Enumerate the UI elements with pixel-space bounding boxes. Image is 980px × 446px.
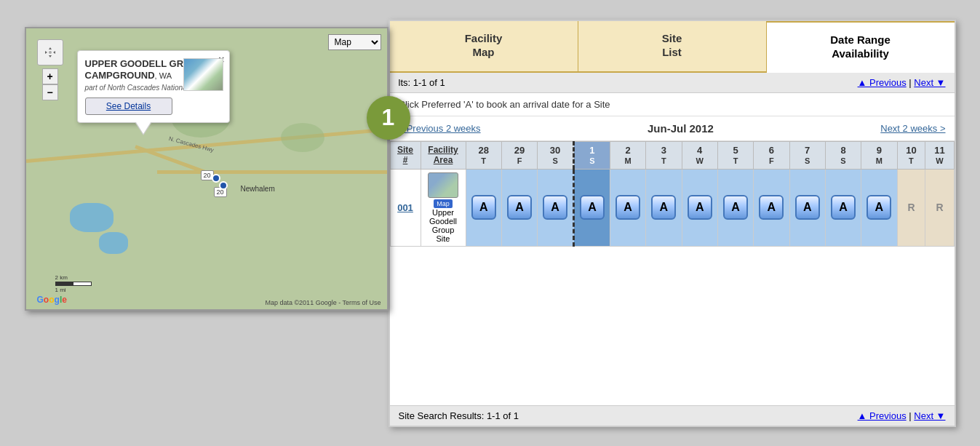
site-number-cell: 001 xyxy=(390,169,421,246)
book-a-button-8[interactable]: A xyxy=(759,195,784,220)
availability-cell-12: R xyxy=(897,169,925,246)
col-header-date-30: 30S xyxy=(538,141,574,169)
table-row: 001MapUpperGoodellGroupSiteAAAAAAAAAAAAR… xyxy=(390,169,954,246)
tab-date-range-availability[interactable]: Date RangeAvailability xyxy=(767,21,955,73)
col-header-date-6: 6F xyxy=(754,141,789,169)
book-a-button-7[interactable]: A xyxy=(723,195,748,220)
pan-control[interactable] xyxy=(37,39,63,65)
results-pagination: ▲ Previous | Next ▼ xyxy=(858,77,946,88)
bottom-results-bar: Site Search Results: 1-1 of 1 ▲ Previous… xyxy=(390,405,955,426)
col-header-date-9: 9M xyxy=(861,141,897,169)
see-details-button[interactable]: See Details xyxy=(85,97,172,115)
reserved-label-12: R xyxy=(907,202,915,213)
availability-cell-1: A xyxy=(501,169,537,246)
availability-table: Site# FacilityArea 28T29F30S1S2M3T4W5T6F… xyxy=(390,141,955,247)
site-facility-cell: MapUpperGoodellGroupSite xyxy=(421,169,466,246)
map-pin-2[interactable] xyxy=(219,181,228,190)
map-attribution: Map data ©2011 Google - Terms of Use xyxy=(265,299,381,306)
site-thumbnail[interactable] xyxy=(428,172,458,198)
prev-weeks-link[interactable]: < Previous 2 weeks xyxy=(399,123,481,134)
popup-arrow xyxy=(136,122,151,134)
col-header-date-5: 5T xyxy=(717,141,753,169)
availability-cell-4: A xyxy=(610,169,645,246)
book-a-button-4[interactable]: A xyxy=(616,195,640,220)
availability-cell-2: A xyxy=(538,169,574,246)
google-logo: Google xyxy=(37,295,67,305)
map-label-newhalem: Newhalem xyxy=(241,185,275,193)
map-water-2 xyxy=(99,232,128,254)
book-a-button-5[interactable]: A xyxy=(651,195,676,220)
tab-facility-map[interactable]: FacilityMap xyxy=(390,21,578,71)
availability-cell-10: A xyxy=(825,169,861,246)
col-header-date-11: 11W xyxy=(925,141,954,169)
map-water xyxy=(70,203,113,232)
prev-results-link[interactable]: ▲ Previous xyxy=(858,77,907,88)
book-a-button-2[interactable]: A xyxy=(543,195,567,220)
map-controls: + − xyxy=(37,39,63,100)
reserved-label-13: R xyxy=(936,202,943,213)
map-section: Map Satellite Terrain + − xyxy=(25,27,389,311)
availability-cell-7: A xyxy=(717,169,753,246)
bottom-next-link[interactable]: Next ▼ xyxy=(914,410,945,421)
book-a-button-0[interactable]: A xyxy=(471,195,496,220)
right-panel: FacilityMap SiteList Date RangeAvailabil… xyxy=(389,20,956,427)
col-header-date-10: 10T xyxy=(897,141,925,169)
availability-cell-0: A xyxy=(466,169,501,246)
col-header-date-2: 2M xyxy=(610,141,645,169)
book-a-button-11[interactable]: A xyxy=(867,195,891,220)
col-header-date-7: 7S xyxy=(789,141,825,169)
availability-cell-9: A xyxy=(789,169,825,246)
map-thumb-label: Map xyxy=(434,199,453,208)
col-header-date-28: 28T xyxy=(466,141,501,169)
calendar-section: Site# FacilityArea 28T29F30S1S2M3T4W5T6F… xyxy=(390,141,955,405)
map-pin-1[interactable] xyxy=(212,174,220,183)
top-results-bar: lts: 1-1 of 1 ▲ Previous | Next ▼ xyxy=(390,73,955,93)
zoom-controls: + − xyxy=(42,68,58,100)
book-a-button-10[interactable]: A xyxy=(831,195,856,220)
col-header-site: Site# xyxy=(390,141,421,169)
site-001-link[interactable]: 001 xyxy=(397,202,413,213)
svg-point-0 xyxy=(49,51,52,54)
book-a-button-9[interactable]: A xyxy=(795,195,820,220)
book-a-button-3[interactable]: A xyxy=(580,195,605,220)
tab-site-list[interactable]: SiteList xyxy=(578,21,767,71)
calendar-body: 001MapUpperGoodellGroupSiteAAAAAAAAAAAAR… xyxy=(390,169,954,246)
tabs-row: FacilityMap SiteList Date RangeAvailabil… xyxy=(390,21,955,73)
availability-cell-5: A xyxy=(646,169,682,246)
zoom-in-button[interactable]: + xyxy=(42,68,58,84)
col-header-date-1: 1S xyxy=(574,141,610,169)
availability-cell-11: A xyxy=(861,169,897,246)
book-a-button-1[interactable]: A xyxy=(507,195,532,220)
bottom-results-count: Site Search Results: 1-1 of 1 xyxy=(399,410,519,421)
col-header-date-3: 3T xyxy=(646,141,682,169)
availability-cell-3: A xyxy=(574,169,610,246)
col-header-facility: FacilityArea xyxy=(421,141,466,169)
month-navigation: < Previous 2 weeks Jun-Jul 2012 Next 2 w… xyxy=(390,116,955,141)
map-scale: 2 km 1 mi xyxy=(55,274,92,293)
zoom-out-button[interactable]: − xyxy=(42,84,58,100)
bottom-results-pagination: ▲ Previous | Next ▼ xyxy=(858,410,946,421)
col-header-date-4: 4W xyxy=(682,141,717,169)
popup-campground-image xyxy=(183,58,223,91)
info-text: Click Preferred 'A' to book an arrival d… xyxy=(399,99,610,110)
map-type-dropdown[interactable]: Map Satellite Terrain xyxy=(328,34,381,50)
calendar-header-row: Site# FacilityArea 28T29F30S1S2M3T4W5T6F… xyxy=(390,141,954,169)
info-bar: Click Preferred 'A' to book an arrival d… xyxy=(390,93,955,116)
availability-cell-13: R xyxy=(925,169,954,246)
next-weeks-link[interactable]: Next 2 weeks > xyxy=(880,123,945,134)
col-header-date-8: 8S xyxy=(825,141,861,169)
map-popup: × UPPER GOODELL GROUP CAMPGROUND, WA par… xyxy=(77,50,230,124)
map-type-selector[interactable]: Map Satellite Terrain xyxy=(328,34,381,50)
results-count: lts: 1-1 of 1 xyxy=(399,77,445,88)
month-title: Jun-Jul 2012 xyxy=(648,122,714,135)
book-a-button-6[interactable]: A xyxy=(688,195,712,220)
site-name: UpperGoodellGroupSite xyxy=(426,208,461,243)
col-header-date-29: 29F xyxy=(501,141,537,169)
site-map-thumb: Map xyxy=(426,172,461,208)
page-container: Map Satellite Terrain + − xyxy=(25,20,956,427)
next-results-link[interactable]: Next ▼ xyxy=(914,77,945,88)
availability-cell-6: A xyxy=(682,169,717,246)
availability-cell-8: A xyxy=(754,169,789,246)
step-badge-1: 1 xyxy=(367,96,410,140)
bottom-prev-link[interactable]: ▲ Previous xyxy=(858,410,907,421)
